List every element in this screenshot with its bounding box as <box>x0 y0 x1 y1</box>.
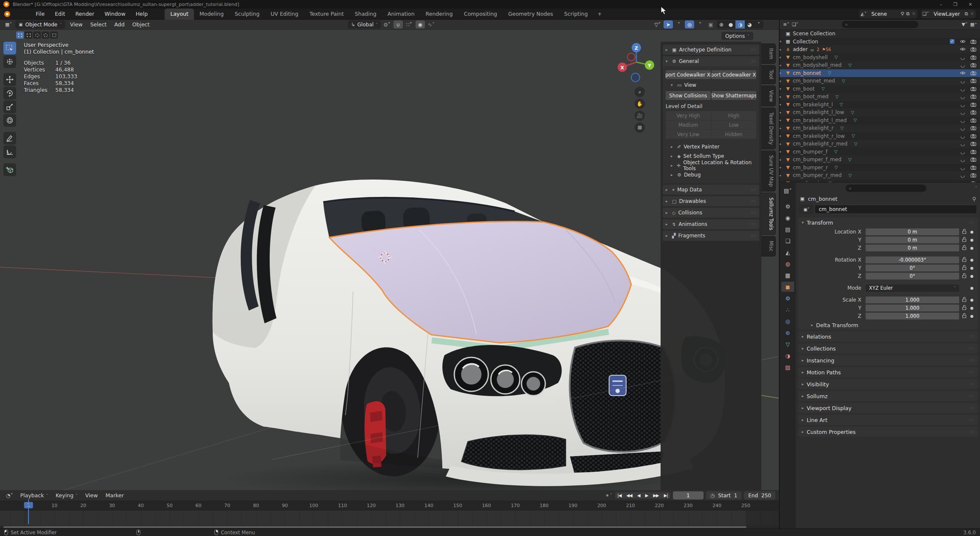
zoom-button[interactable]: ⌕ <box>635 87 645 97</box>
transform-panel-header[interactable]: ▾Transform∷∷ <box>798 217 978 228</box>
transport-button-jump-to-start[interactable]: |◀ <box>615 492 624 499</box>
new-collection-button[interactable]: ▦⁺ <box>970 22 977 27</box>
animate-dot[interactable]: ● <box>969 230 974 234</box>
outliner-row-cm_bumper_f_med[interactable]: ▸ ▼ cm_bumper_f_med ▽ ✓ ◡ <box>780 156 980 164</box>
proportional-editing-toggle[interactable]: ◉ <box>416 20 425 29</box>
workspace-tab[interactable]: Rendering <box>420 9 459 20</box>
transport-button-play-reverse[interactable]: ◀ <box>635 492 643 499</box>
properties-tab-object[interactable]: ◼ <box>781 282 794 292</box>
sidebar-tab[interactable]: View <box>761 86 776 106</box>
tool-select-box[interactable] <box>3 42 16 54</box>
gizmo-minus-z-axis[interactable] <box>631 73 640 82</box>
select-tweak-button[interactable] <box>16 31 24 39</box>
value-field[interactable]: 1.000 <box>866 313 959 319</box>
tool-rotate[interactable] <box>3 87 16 100</box>
timeline-menu[interactable]: Keying˅ <box>52 491 82 500</box>
camera-disable-icon[interactable] <box>971 71 976 75</box>
animate-dot[interactable]: ● <box>969 286 974 290</box>
lod-button[interactable]: Very Low <box>666 130 711 139</box>
camera-disable-icon[interactable] <box>971 165 976 170</box>
close-button[interactable]: ✕ <box>969 2 972 7</box>
expand-icon[interactable]: ▸ <box>780 48 785 51</box>
menu-item[interactable]: Edit <box>50 9 70 19</box>
expand-icon[interactable]: ▸ <box>780 174 785 177</box>
menu-item[interactable]: Help <box>131 9 153 19</box>
workspace-tab[interactable]: Scripting <box>558 9 593 20</box>
lod-button[interactable]: Hidden <box>711 130 756 139</box>
pin-id-icon[interactable]: ⚲ <box>972 196 976 202</box>
sidebar-collapsed-panel[interactable]: ▸▢ Drawables∷∷ <box>663 196 759 206</box>
select-lasso-button[interactable] <box>42 31 49 39</box>
eye-closed-icon[interactable]: ◡ <box>960 117 966 123</box>
value-field[interactable]: 0° <box>866 273 959 279</box>
eye-closed-icon[interactable]: ◡ <box>960 62 966 68</box>
workspace-tab[interactable]: Geometry Nodes <box>503 9 558 20</box>
workspace-tab[interactable]: Sculpting <box>229 9 265 20</box>
expand-icon[interactable]: ▸ <box>780 95 785 99</box>
workspace-tab[interactable]: Shading <box>349 9 382 20</box>
lock-icon[interactable] <box>959 297 969 303</box>
sidebar-collapsed-panel[interactable]: ▸◇ Collisions∷∷ <box>663 208 759 218</box>
new-scene-icon[interactable]: ⧉ <box>906 11 910 17</box>
eye-closed-icon[interactable]: ◡ <box>960 125 966 131</box>
lock-icon[interactable] <box>959 229 969 235</box>
view-toggle-button[interactable]: Show Shattermaps <box>712 91 757 100</box>
camera-disable-icon[interactable] <box>971 94 976 99</box>
proportional-falloff-dropdown[interactable]: ∿˅ <box>427 20 436 29</box>
value-field[interactable]: 1.000 <box>866 305 959 311</box>
outliner-editor-type-button[interactable]: ≡˅ <box>783 22 789 27</box>
pin-icon[interactable]: ⚲ <box>900 11 904 17</box>
properties-collapsed-panel[interactable]: ▸Line Art∷∷ <box>798 415 978 425</box>
shading-material-button[interactable]: ◑ <box>735 20 745 29</box>
eye-closed-icon[interactable]: ◡ <box>960 157 966 163</box>
gizmos-dropdown[interactable]: ˅ <box>674 20 684 29</box>
outliner-row-cm_bumper_r_med[interactable]: ▸ ▼ cm_bumper_r_med ▽ ✓ ◡ <box>780 171 980 180</box>
properties-editor-type-button[interactable]: ▤˅ <box>781 185 794 196</box>
camera-disable-icon[interactable] <box>971 142 976 146</box>
frame-start-field[interactable]: ◷ Start1 <box>706 491 741 499</box>
object-name-input[interactable]: cm_bonnet <box>815 205 977 214</box>
outliner-filter-button[interactable]: ▼˅ <box>962 22 968 27</box>
xray-toggle[interactable]: ▣ <box>706 20 715 29</box>
blender-menu-icon[interactable] <box>4 11 10 17</box>
sidebar-tab[interactable]: Tool <box>761 65 776 84</box>
outliner-row-cm_brakelight_l[interactable]: ▸ ▼ cm_brakelight_l ▽ ✓ ◡ <box>780 101 980 109</box>
collection-checkbox[interactable]: ✓ <box>950 39 954 44</box>
animate-dot[interactable]: ● <box>969 266 974 270</box>
animate-dot[interactable]: ● <box>969 238 974 242</box>
view-toggle-button[interactable]: Show Collisions <box>666 91 711 100</box>
workspace-tab[interactable]: Modeling <box>194 9 229 20</box>
unlink-scene-icon[interactable]: ✕ <box>912 11 915 17</box>
animate-dot[interactable]: ● <box>969 274 974 278</box>
timeline-tracks[interactable] <box>0 510 779 526</box>
outliner-row-Scene Collection[interactable]: ▣ Scene Collection ✓ ◡ <box>780 30 980 38</box>
timeline-ruler[interactable]: 1020304050607080901001101201301401501601… <box>0 501 779 510</box>
camera-disable-icon[interactable] <box>971 55 976 60</box>
timeline-menu[interactable]: Marker <box>102 491 128 500</box>
codewalker-xml-button[interactable]: Import Codewalker XML <box>666 70 711 79</box>
outliner-search-input[interactable]: ⌕ <box>842 21 918 28</box>
properties-tab-world[interactable]: ◍ <box>781 259 794 269</box>
eye-closed-icon[interactable]: ◡ <box>960 94 966 100</box>
eye-closed-icon[interactable]: ◡ <box>960 149 966 155</box>
sidebar-collapsed-panel[interactable]: ▸⌖ Map Data∷∷ <box>663 185 759 195</box>
general-subpanel[interactable]: ▸⚙Debug <box>666 170 756 180</box>
properties-tab-physics[interactable]: ◎ <box>781 316 794 326</box>
camera-disable-icon[interactable] <box>971 118 976 123</box>
camera-disable-icon[interactable] <box>971 134 976 138</box>
delta-transform-panel[interactable]: ▸Delta Transform <box>798 320 978 330</box>
properties-tab-output[interactable]: ▤ <box>781 224 794 234</box>
properties-collapsed-panel[interactable]: ▸Viewport Display∷∷ <box>798 403 978 413</box>
outliner-row-cm_brakelight_l_low[interactable]: ▸ ▼ cm_brakelight_l_low ▽ ✓ ◡ <box>780 108 980 117</box>
auto-keying-toggle[interactable]: ⏺ ˅ <box>606 493 612 498</box>
menu-item[interactable]: Window <box>100 9 131 19</box>
properties-tab-texture[interactable]: ▨ <box>781 362 794 372</box>
properties-tab-modifiers[interactable]: ⚙ <box>781 293 794 303</box>
animate-dot[interactable]: ● <box>969 314 974 318</box>
overlays-dropdown[interactable]: ˅ <box>695 20 705 29</box>
remove-viewlayer-icon[interactable]: ✕ <box>970 11 974 17</box>
camera-disable-icon[interactable] <box>971 150 976 154</box>
camera-disable-icon[interactable] <box>971 157 976 162</box>
properties-collapsed-panel[interactable]: ▸Custom Properties∷∷ <box>798 427 978 437</box>
codewalker-xml-button[interactable]: Export Codewalker XML <box>712 70 757 79</box>
